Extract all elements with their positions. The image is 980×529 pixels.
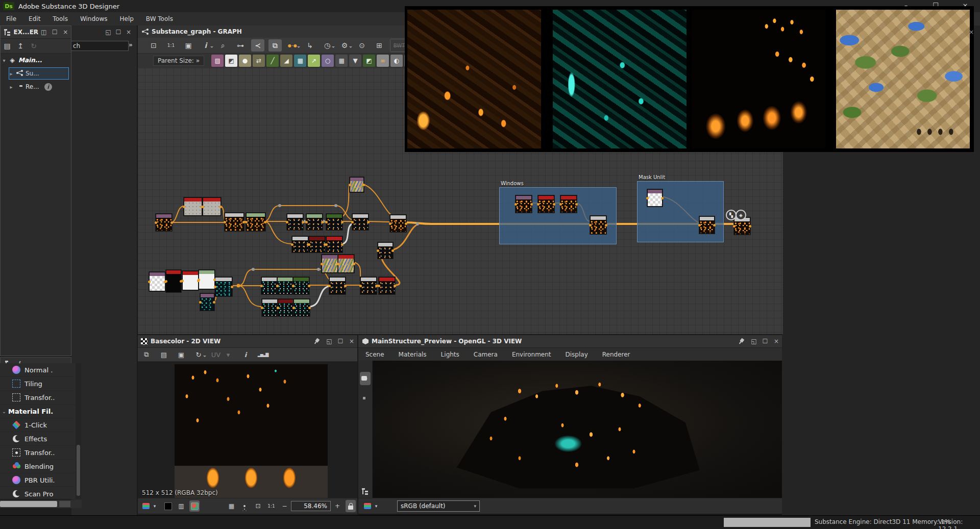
library-hscrollbar[interactable] <box>0 500 82 508</box>
explorer-close-icon[interactable]: × <box>60 29 71 36</box>
3d-menu-renderer[interactable]: Renderer <box>595 351 638 358</box>
tile-node-button[interactable]: ▦ <box>335 55 348 67</box>
graph-node[interactable] <box>329 277 346 294</box>
blend-node-button[interactable]: ◐ <box>390 55 403 67</box>
output-2d-badge[interactable]: ▚ <box>726 210 737 220</box>
save-image-icon[interactable]: ▤ <box>157 348 170 361</box>
warp-node-button[interactable]: ▦ <box>294 55 306 67</box>
graph-node[interactable] <box>182 271 199 290</box>
library-item-effects[interactable]: Effects <box>0 432 76 446</box>
save-icon[interactable]: ▤ <box>1 42 14 50</box>
svg-node-button[interactable]: ◩ <box>225 55 237 67</box>
library-item-transfor[interactable]: Transfor.. <box>0 446 76 460</box>
graph-node[interactable] <box>379 277 395 294</box>
library-item-scanpro[interactable]: Scan Pro <box>0 487 76 499</box>
library-close-icon[interactable]: × <box>124 29 134 36</box>
search-icon[interactable]: ⌕ <box>216 39 230 52</box>
pin-icon[interactable] <box>312 337 321 346</box>
graph-node[interactable] <box>538 195 554 213</box>
texture-preview-image[interactable] <box>175 364 328 498</box>
graph-node[interactable] <box>699 216 715 234</box>
graph-node[interactable] <box>203 197 221 216</box>
graph-node[interactable] <box>306 214 323 230</box>
info-badge-icon[interactable]: i <box>44 83 52 91</box>
graph-node[interactable] <box>360 277 377 294</box>
view-3d-float-icon[interactable]: ◱ <box>748 338 760 345</box>
screenshot-icon[interactable]: ▣ <box>182 39 195 52</box>
graph-node[interactable] <box>390 215 406 232</box>
overlay-close-icon[interactable]: × <box>969 29 974 36</box>
explorer-maximize-icon[interactable]: ☐ <box>49 29 60 36</box>
background-swatch[interactable] <box>163 500 173 512</box>
library-item-tiling[interactable]: Tiling <box>0 377 76 391</box>
graph-node[interactable] <box>309 236 325 253</box>
library-float-icon[interactable]: ◱ <box>103 29 113 36</box>
export-icon[interactable]: ↥ <box>14 42 27 50</box>
3d-menu-scene[interactable]: Scene <box>358 351 391 358</box>
bitmap-node-button[interactable]: ▨ <box>211 55 224 67</box>
library-item-normal[interactable]: Normal . <box>0 363 76 377</box>
color-display-icon[interactable] <box>189 500 200 512</box>
gradient-map-node-button[interactable]: ◩ <box>363 55 375 67</box>
graph-node[interactable] <box>262 299 278 316</box>
library-vscrollbar[interactable] <box>76 363 81 499</box>
expander-icon[interactable]: ▸ <box>8 84 15 90</box>
graph-node[interactable] <box>225 213 244 231</box>
graph-node[interactable] <box>338 255 354 273</box>
graph-node[interactable] <box>277 277 293 294</box>
actual-size-icon[interactable]: 1:1 <box>164 39 178 52</box>
directional-warp-node-button[interactable]: ⇄ <box>253 55 265 67</box>
graph-node[interactable] <box>352 214 369 230</box>
wire-junction-dot[interactable] <box>416 222 419 225</box>
graph-node[interactable] <box>590 216 606 234</box>
3d-menu-materials[interactable]: Materials <box>391 351 434 358</box>
rotate-image-icon[interactable]: ↻ <box>192 348 205 361</box>
graph-node[interactable] <box>378 242 393 259</box>
graph-node[interactable] <box>292 236 308 253</box>
wire-junction-dot[interactable] <box>252 268 255 271</box>
library-item-1click[interactable]: 1-Click <box>0 418 76 432</box>
graph-node[interactable] <box>166 270 181 292</box>
3d-menu-environment[interactable]: Environment <box>505 351 558 358</box>
connector-icon[interactable]: ●–● <box>286 39 299 52</box>
graph-node[interactable] <box>215 277 232 296</box>
graph-node[interactable] <box>647 189 663 207</box>
grayscale-icon[interactable]: ▥ <box>176 500 186 512</box>
menu-windows[interactable]: Windows <box>74 13 114 26</box>
graph-node[interactable] <box>246 213 265 231</box>
scene-tree-icon[interactable] <box>361 488 369 496</box>
pin-icon[interactable] <box>737 337 745 346</box>
info-icon[interactable]: i <box>199 39 212 52</box>
menu-help[interactable]: Help <box>113 13 139 26</box>
library-item-blending[interactable]: Blending <box>0 460 76 473</box>
library-item-transfor[interactable]: Transfor.. <box>0 391 76 405</box>
display-channels-dropdown-icon[interactable]: ▾ <box>371 500 381 512</box>
snap-grid-icon[interactable]: ⊞ <box>373 39 386 52</box>
expander-icon[interactable]: ▾ <box>1 58 8 63</box>
view-2d-close-icon[interactable]: × <box>346 338 357 345</box>
fit-view-icon[interactable]: ⊡ <box>253 500 263 512</box>
color-profile-select[interactable]: sRGB (default) ▾ <box>397 500 480 512</box>
directional-blur-node-button[interactable]: ◢ <box>280 55 292 67</box>
menu-bw-tools[interactable]: BW Tools <box>140 13 179 26</box>
histogram-icon[interactable]: ▂▅▃▇ <box>256 348 270 361</box>
timer-icon[interactable]: ◷ <box>321 39 334 52</box>
library-search-input[interactable]: ch <box>69 41 129 51</box>
tree-item-main[interactable]: ▾◈Main... <box>1 54 71 67</box>
wire-junction-dot[interactable] <box>237 284 240 288</box>
copy-image-icon[interactable]: ⧉ <box>140 348 153 361</box>
link-icon[interactable]: ⊶ <box>234 39 247 52</box>
graph-node[interactable] <box>322 255 338 273</box>
graph-node[interactable] <box>156 214 172 231</box>
gradient-node-button[interactable]: ▼ <box>349 55 361 67</box>
3d-menu-lights[interactable]: Lights <box>434 351 467 358</box>
library-item-materialfil[interactable]: ⌄Material Fil. <box>0 405 76 418</box>
parent-size-button[interactable]: Parent Size: » <box>153 56 204 66</box>
graph-mode-icon[interactable]: ≺ <box>251 39 264 52</box>
graph-node[interactable] <box>149 272 165 291</box>
output-3d-badge[interactable]: ◈ <box>736 210 746 220</box>
view-2d-maximize-icon[interactable]: ☐ <box>335 338 346 345</box>
wire-junction-dot[interactable] <box>278 204 281 207</box>
tree-item-re[interactable]: ▸Re...i <box>1 80 71 93</box>
library-search-more-button[interactable]: » <box>129 41 133 48</box>
